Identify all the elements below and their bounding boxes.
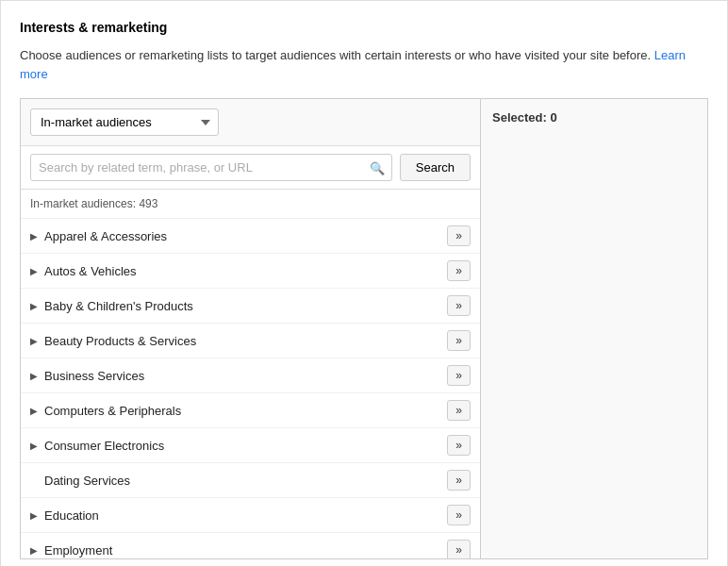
category-label: Dating Services	[44, 474, 130, 488]
audience-type-dropdown[interactable]: In-market audiences Affinity audiences R…	[30, 108, 219, 136]
add-category-button[interactable]: »	[447, 295, 471, 316]
expand-arrow-icon: ▶	[30, 510, 40, 521]
add-category-button[interactable]: »	[447, 400, 471, 421]
category-label: Beauty Products & Services	[44, 334, 196, 348]
category-label: Autos & Vehicles	[44, 264, 137, 278]
search-row: 🔍 Search	[21, 146, 480, 190]
add-category-button[interactable]: »	[447, 260, 471, 281]
main-panel: In-market audiences Affinity audiences R…	[20, 98, 708, 559]
category-label: Education	[44, 508, 99, 523]
expand-arrow-icon: ▶	[30, 266, 40, 276]
add-category-button[interactable]: »	[447, 225, 471, 246]
left-panel: In-market audiences Affinity audiences R…	[21, 99, 481, 558]
add-category-button[interactable]: »	[447, 505, 471, 525]
main-container: Interests & remarketing Choose audiences…	[0, 0, 728, 566]
category-list: ▶Apparel & Accessories»▶Autos & Vehicles…	[21, 219, 480, 558]
selected-count: Selected: 0	[492, 110, 696, 125]
list-item[interactable]: ▶Autos & Vehicles»	[21, 254, 480, 289]
list-item[interactable]: ▶Beauty Products & Services»	[21, 324, 480, 358]
list-item[interactable]: ▶Consumer Electronics»	[21, 428, 480, 463]
list-scroll-container: ▶Apparel & Accessories»▶Autos & Vehicles…	[21, 219, 480, 558]
list-item[interactable]: ▶Apparel & Accessories»	[21, 219, 480, 254]
panel-title: Interests & remarketing	[20, 20, 708, 35]
category-label: Business Services	[44, 369, 144, 383]
add-category-button[interactable]: »	[447, 365, 471, 386]
add-category-button[interactable]: »	[447, 470, 471, 491]
add-category-button[interactable]: »	[447, 435, 471, 456]
expand-arrow-icon: ▶	[30, 545, 40, 556]
list-header: In-market audiences: 493	[21, 190, 480, 219]
list-item[interactable]: ▶Baby & Children's Products»	[21, 289, 480, 324]
search-input[interactable]	[30, 154, 392, 181]
expand-arrow-icon: ▶	[30, 231, 40, 241]
right-panel: Selected: 0	[481, 99, 707, 558]
description-text: Choose audiences or remarketing lists to…	[20, 46, 708, 83]
search-input-wrapper: 🔍	[30, 154, 392, 181]
category-label: Computers & Peripherals	[44, 404, 181, 418]
category-label: Apparel & Accessories	[44, 229, 167, 243]
search-button[interactable]: Search	[400, 154, 471, 181]
expand-arrow-icon: ▶	[30, 371, 40, 381]
expand-arrow-icon: ▶	[30, 336, 40, 346]
expand-arrow-icon: ▶	[30, 406, 40, 416]
list-item[interactable]: ▶Employment»	[21, 533, 480, 558]
list-item[interactable]: ▶Education»	[21, 498, 480, 533]
dropdown-row: In-market audiences Affinity audiences R…	[21, 99, 480, 146]
list-item[interactable]: ▶Computers & Peripherals»	[21, 393, 480, 428]
list-item[interactable]: ▶Business Services»	[21, 358, 480, 393]
expand-arrow-icon: ▶	[30, 441, 40, 451]
category-label: Employment	[44, 543, 112, 558]
add-category-button[interactable]: »	[447, 330, 471, 351]
list-item[interactable]: Dating Services»	[21, 463, 480, 498]
category-label: Consumer Electronics	[44, 439, 164, 453]
search-icon: 🔍	[370, 160, 385, 175]
add-category-button[interactable]: »	[447, 540, 471, 558]
category-label: Baby & Children's Products	[44, 299, 193, 313]
expand-arrow-icon: ▶	[30, 301, 40, 311]
